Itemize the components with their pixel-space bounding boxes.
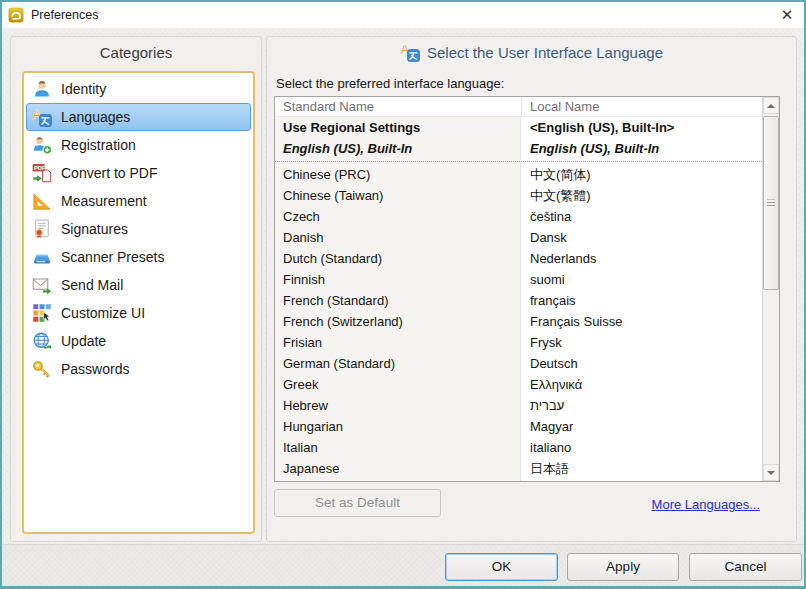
cancel-button[interactable]: Cancel xyxy=(689,553,802,581)
table-row[interactable]: French (Switzerland) Français Suisse xyxy=(275,311,762,332)
sidebar-item-label: Identity xyxy=(61,81,106,97)
sidebar-item-label: Measurement xyxy=(61,193,147,209)
language-panel-header: A Select the User Interface Language xyxy=(267,37,796,67)
table-row[interactable]: Czech čeština xyxy=(275,206,762,227)
table-scrollbar[interactable] xyxy=(762,97,779,481)
convert-to-pdf-icon: PDF xyxy=(32,163,52,183)
languages-icon: A xyxy=(32,107,52,127)
dialog-footer: OK Apply Cancel xyxy=(2,544,804,586)
more-languages-link[interactable]: More Languages... xyxy=(652,497,760,512)
table-row[interactable]: Hungarian Magyar xyxy=(275,416,762,437)
table-row[interactable]: Chinese (PRC) 中文(简体) xyxy=(275,164,762,185)
languages-header-icon: A xyxy=(400,42,420,62)
signatures-icon xyxy=(32,219,52,239)
measurement-icon xyxy=(32,191,52,211)
sidebar-item-scanner-presets[interactable]: Scanner Presets xyxy=(26,243,251,271)
update-icon xyxy=(32,331,52,351)
set-as-default-button[interactable]: Set as Default xyxy=(274,489,441,517)
sidebar-item-identity[interactable]: Identity xyxy=(26,75,251,103)
sidebar-item-label: Send Mail xyxy=(61,277,123,293)
sidebar-item-label: Signatures xyxy=(61,221,128,237)
table-row[interactable]: Greek Ελληνικά xyxy=(275,374,762,395)
categories-header: Categories xyxy=(11,37,261,67)
column-header-standard-name[interactable]: Standard Name xyxy=(275,97,522,116)
table-row[interactable]: Frisian Frysk xyxy=(275,332,762,353)
sidebar-item-label: Update xyxy=(61,333,106,349)
table-row[interactable]: Finnish suomi xyxy=(275,269,762,290)
instruction-label: Select the preferred interface language: xyxy=(276,76,504,91)
sidebar-item-signatures[interactable]: Signatures xyxy=(26,215,251,243)
sidebar-item-label: Scanner Presets xyxy=(61,249,165,265)
table-row[interactable]: Italian italiano xyxy=(275,437,762,458)
panel-title: Select the User Interface Language xyxy=(427,44,663,61)
sidebar-item-label: Convert to PDF xyxy=(61,165,157,181)
scroll-up-button[interactable] xyxy=(763,97,779,114)
customize-ui-icon xyxy=(32,303,52,323)
arrow-down-icon xyxy=(767,471,775,475)
table-row[interactable]: Chinese (Taiwan) 中文(繁體) xyxy=(275,185,762,206)
sidebar-item-passwords[interactable]: Passwords xyxy=(26,355,251,383)
language-table: Standard Name Local Name Use Regional Se… xyxy=(274,96,780,482)
sidebar-item-label: Languages xyxy=(61,109,130,125)
app-icon xyxy=(8,7,24,23)
sidebar-item-measurement[interactable]: Measurement xyxy=(26,187,251,215)
table-row-english-builtin[interactable]: English (US), Built-In English (US), Bui… xyxy=(275,138,762,159)
table-row[interactable]: Japanese 日本語 xyxy=(275,458,762,479)
table-row[interactable]: German (Standard) Deutsch xyxy=(275,353,762,374)
arrow-up-icon xyxy=(767,104,775,108)
sidebar-item-convert-to-pdf[interactable]: PDF Convert to PDF xyxy=(26,159,251,187)
registration-icon xyxy=(32,135,52,155)
scanner-icon xyxy=(32,247,52,267)
send-mail-icon xyxy=(32,275,52,295)
identity-icon xyxy=(32,79,52,99)
table-row-regional-settings[interactable]: Use Regional Settings <English (US), Bui… xyxy=(275,117,762,138)
title-bar[interactable]: Preferences ✕ xyxy=(2,2,804,28)
categories-panel: Categories Identity A L xyxy=(10,36,262,542)
column-header-local-name[interactable]: Local Name xyxy=(522,97,762,116)
sidebar-item-update[interactable]: Update xyxy=(26,327,251,355)
language-rows: Chinese (PRC) 中文(简体) Chinese (Taiwan) 中文… xyxy=(275,164,762,479)
apply-button[interactable]: Apply xyxy=(567,553,679,581)
sidebar-item-label: Passwords xyxy=(61,361,129,377)
sidebar-item-customize-ui[interactable]: Customize UI xyxy=(26,299,251,327)
passwords-icon xyxy=(32,359,52,379)
ok-button[interactable]: OK xyxy=(445,553,558,581)
sidebar-item-label: Registration xyxy=(61,137,136,153)
sidebar-item-registration[interactable]: Registration xyxy=(26,131,251,159)
window-title: Preferences xyxy=(31,8,98,22)
sidebar-item-languages[interactable]: A Languages xyxy=(26,103,251,131)
close-button[interactable]: ✕ xyxy=(770,2,804,28)
language-table-body: Standard Name Local Name Use Regional Se… xyxy=(275,97,762,481)
sidebar-item-send-mail[interactable]: Send Mail xyxy=(26,271,251,299)
svg-text:PDF: PDF xyxy=(34,165,46,171)
table-header: Standard Name Local Name xyxy=(275,97,762,117)
scrollbar-thumb[interactable] xyxy=(763,116,779,290)
table-row[interactable]: Danish Dansk xyxy=(275,227,762,248)
table-row[interactable]: Hebrew עברית xyxy=(275,395,762,416)
dialog-content: Categories Identity A L xyxy=(2,28,804,586)
scroll-down-button[interactable] xyxy=(763,464,779,481)
table-row[interactable]: French (Standard) français xyxy=(275,290,762,311)
language-panel: A Select the User Interface Language Sel… xyxy=(266,36,797,542)
category-list: Identity A Languages xyxy=(22,71,255,534)
table-row[interactable]: Dutch (Standard) Nederlands xyxy=(275,248,762,269)
preferences-dialog: Preferences ✕ Categories Identity A xyxy=(0,0,806,589)
sidebar-item-label: Customize UI xyxy=(61,305,145,321)
